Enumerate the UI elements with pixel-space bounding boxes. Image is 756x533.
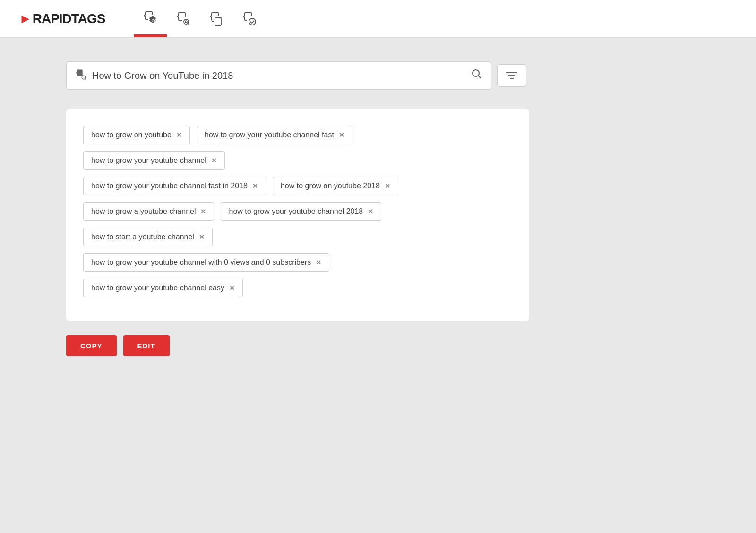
filter-icon — [506, 71, 517, 80]
tags-row-2: how to grow your youtube channel ✕ — [83, 151, 512, 170]
tag-close-button[interactable]: ✕ — [385, 182, 390, 190]
tab-tag-generate[interactable] — [134, 0, 167, 37]
tag-label: how to grow on youtube — [91, 131, 172, 139]
svg-point-7 — [472, 70, 479, 76]
tag-close-button[interactable]: ✕ — [199, 233, 205, 241]
tag-chip: how to grow your youtube channel ✕ — [83, 151, 225, 170]
main-content: How to Grow on YouTube in 2018 how to gr… — [0, 38, 756, 380]
tag-chip: how to grow your youtube channel fast in… — [83, 177, 266, 195]
tag-close-button[interactable]: ✕ — [229, 284, 235, 292]
svg-point-5 — [82, 76, 86, 79]
svg-point-1 — [185, 21, 187, 23]
tags-row-1: how to grow on youtube ✕ how to grow you… — [83, 126, 512, 144]
tag-close-button[interactable]: ✕ — [316, 259, 321, 266]
tags-row-3: how to grow your youtube channel fast in… — [83, 177, 512, 195]
logo: ► RAPIDTAGS — [19, 11, 105, 26]
tag-chip: how to grow your youtube channel fast ✕ — [197, 126, 352, 144]
search-button[interactable] — [471, 68, 482, 83]
tags-row-7: how to grow your youtube channel easy ✕ — [83, 279, 512, 297]
svg-point-0 — [152, 20, 154, 22]
tag-chip: how to grow on youtube 2018 ✕ — [273, 177, 398, 195]
tags-panel: how to grow on youtube ✕ how to grow you… — [66, 109, 529, 321]
tab-tag-copy[interactable] — [200, 0, 233, 37]
tag-chip: how to grow your youtube channel 2018 ✕ — [221, 202, 381, 221]
tab-tag-analyze[interactable] — [233, 0, 266, 37]
tag-gear-icon — [143, 10, 158, 25]
search-box[interactable]: How to Grow on YouTube in 2018 — [66, 61, 491, 90]
tag-chip: how to grow your youtube channel with 0 … — [83, 253, 329, 272]
tag-copy-icon — [209, 11, 224, 26]
tag-close-button[interactable]: ✕ — [211, 157, 217, 164]
tag-label: how to grow your youtube channel fast in… — [91, 182, 248, 190]
copy-button[interactable]: COPY — [66, 335, 117, 356]
tag-label: how to start a youtube channel — [91, 233, 194, 241]
tag-label: how to grow your youtube channel — [91, 156, 206, 165]
tag-close-button[interactable]: ✕ — [339, 131, 344, 139]
svg-line-6 — [85, 79, 86, 80]
tag-label: how to grow your youtube channel 2018 — [229, 207, 363, 216]
search-input[interactable]: How to Grow on YouTube in 2018 — [92, 70, 465, 81]
tag-close-button[interactable]: ✕ — [252, 182, 258, 190]
tag-close-button[interactable]: ✕ — [176, 131, 182, 139]
tab-tag-search[interactable] — [167, 0, 200, 37]
tag-chip: how to grow your youtube channel easy ✕ — [83, 279, 243, 297]
tag-chip: how to grow a youtube channel ✕ — [83, 202, 214, 221]
svg-rect-3 — [215, 18, 221, 25]
filter-button[interactable] — [497, 64, 526, 87]
edit-button[interactable]: EDIT — [123, 335, 170, 356]
tags-row-5: how to start a youtube channel ✕ — [83, 228, 512, 246]
header: ► RAPIDTAGS — [0, 0, 756, 38]
bottom-actions: COPY EDIT — [66, 335, 690, 356]
tag-label: how to grow your youtube channel easy — [91, 284, 224, 292]
tag-search-icon — [176, 11, 191, 26]
tags-row-6: how to grow your youtube channel with 0 … — [83, 253, 512, 272]
tag-label: how to grow on youtube 2018 — [281, 182, 380, 190]
tag-close-button[interactable]: ✕ — [200, 208, 206, 215]
tag-label: how to grow your youtube channel fast — [205, 131, 334, 139]
tag-chip: how to grow on youtube ✕ — [83, 126, 190, 144]
svg-line-8 — [479, 76, 481, 79]
tags-row-4: how to grow a youtube channel ✕ how to g… — [83, 202, 512, 221]
tag-close-button[interactable]: ✕ — [368, 208, 373, 215]
tag-analyze-icon — [242, 11, 257, 26]
logo-icon: ► — [19, 11, 32, 26]
nav-tabs — [134, 0, 266, 37]
svg-point-4 — [249, 18, 256, 25]
tag-label: how to grow your youtube channel with 0 … — [91, 258, 311, 267]
logo-text: RAPIDTAGS — [33, 11, 105, 26]
tag-label: how to grow a youtube channel — [91, 207, 196, 216]
svg-point-2 — [184, 19, 189, 24]
search-box-tag-icon — [75, 69, 86, 83]
search-container: How to Grow on YouTube in 2018 — [66, 61, 690, 90]
tag-chip: how to start a youtube channel ✕ — [83, 228, 213, 246]
